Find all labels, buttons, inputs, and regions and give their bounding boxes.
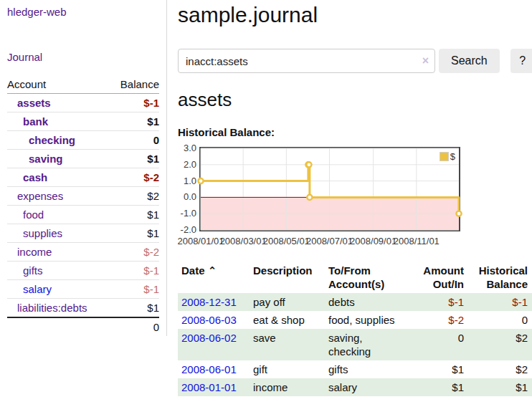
account-row: income$-2: [7, 243, 159, 262]
accounts-header-account: Account: [7, 76, 110, 94]
account-balance: $-1: [110, 94, 159, 112]
transaction-accounts: saving, checking: [325, 329, 407, 360]
transaction-date-link[interactable]: 2008-06-03: [181, 314, 237, 326]
transaction-amount: $1: [407, 378, 468, 396]
account-row: checking0: [7, 131, 159, 150]
transaction-balance: $2: [468, 360, 532, 378]
register-row: 2008-01-01incomesalary$1$1: [178, 378, 532, 396]
y-axis-tick-label: 3.0: [178, 143, 196, 153]
register-row: 2008-06-02savesaving, checking0$2: [178, 329, 532, 360]
register-column-header: Amount Out/In: [407, 262, 468, 293]
chart-legend: $: [440, 151, 455, 162]
account-link[interactable]: bank: [23, 115, 48, 128]
transaction-description: save: [250, 329, 325, 360]
account-link[interactable]: liabilities:debts: [17, 302, 87, 314]
account-row: assets$-1: [7, 94, 159, 112]
legend-swatch-icon: [440, 152, 449, 161]
account-link[interactable]: income: [17, 246, 52, 258]
account-balance: $1: [110, 224, 159, 243]
x-axis-tick-label: 2008/11/01: [391, 236, 442, 246]
accounts-total: 0: [110, 317, 159, 336]
account-row: saving$1: [7, 150, 159, 168]
account-link[interactable]: checking: [29, 134, 75, 146]
transaction-accounts: debts: [325, 293, 407, 311]
register-column-header: Historical Balance: [468, 262, 532, 293]
transaction-balance: $2: [468, 329, 532, 360]
register-row: 2008-06-03eat & shopfood, supplies$-20: [178, 311, 532, 329]
search-button[interactable]: Search: [439, 49, 500, 73]
main-pane: sample.journal × Search ? assets Histori…: [167, 0, 532, 396]
account-row: cash$-2: [7, 168, 159, 187]
account-row: salary$-1: [7, 280, 159, 299]
account-row: gifts$-1: [7, 262, 159, 280]
transaction-amount: $-2: [407, 311, 468, 329]
account-balance: $2: [110, 187, 159, 206]
account-link[interactable]: saving: [29, 153, 63, 165]
transaction-accounts: gifts: [325, 360, 407, 378]
account-link[interactable]: expenses: [17, 190, 63, 202]
transaction-description: gift: [250, 360, 325, 378]
account-link[interactable]: salary: [23, 283, 52, 295]
transaction-date-link[interactable]: 2008-06-02: [181, 332, 237, 344]
transaction-description: eat & shop: [250, 311, 325, 329]
register-column-header: To/From Account(s): [325, 262, 407, 293]
historical-balance-chart: $ 3.02.01.00.0-1.0-2.02008/01/012008/03/…: [178, 145, 479, 246]
app-window: hledger-web Journal Account Balance asse…: [0, 0, 532, 396]
transaction-date-link[interactable]: 2008-06-01: [181, 363, 237, 375]
search-form: × Search ?: [178, 49, 532, 73]
page-title: sample.journal: [178, 1, 532, 29]
transaction-date-link[interactable]: 2008-01-01: [181, 381, 237, 393]
y-axis-tick-label: 1.0: [178, 176, 196, 186]
transaction-balance: 0: [468, 311, 532, 329]
register-row: 2008-06-01giftgifts$1$2: [178, 360, 532, 378]
brand-link[interactable]: hledger-web: [7, 6, 67, 18]
search-input[interactable]: [178, 49, 435, 73]
account-balance: $-2: [110, 168, 159, 187]
account-link[interactable]: cash: [23, 171, 47, 183]
transaction-description: income: [250, 378, 325, 396]
account-row: liabilities:debts$1: [7, 299, 159, 318]
sort-asc-icon: ⌃: [205, 264, 217, 277]
accounts-header-balance: Balance: [110, 76, 159, 94]
register-column-header: Description: [250, 262, 325, 293]
clear-search-icon[interactable]: ×: [422, 54, 429, 68]
account-balance: $-1: [110, 280, 159, 299]
chart-title: Historical Balance:: [178, 126, 532, 138]
account-balance: 0: [110, 131, 159, 150]
account-row: supplies$1: [7, 224, 159, 243]
legend-label: $: [450, 151, 455, 162]
transaction-amount: 0: [407, 329, 468, 360]
transaction-date-link[interactable]: 2008-12-31: [181, 296, 237, 308]
sidebar-nav: Journal: [7, 51, 159, 63]
account-balance: $1: [110, 206, 159, 224]
accounts-total-row: 0: [7, 317, 159, 336]
account-row: bank$1: [7, 112, 159, 131]
account-balance: $1: [110, 150, 159, 168]
transaction-accounts: salary: [325, 378, 407, 396]
sidebar-item-journal[interactable]: Journal: [7, 51, 42, 63]
account-balance: $-1: [110, 262, 159, 280]
transaction-accounts: food, supplies: [325, 311, 407, 329]
account-balance: $1: [110, 112, 159, 131]
transaction-balance: $-1: [468, 293, 532, 311]
account-link[interactable]: food: [23, 208, 44, 221]
help-button[interactable]: ?: [510, 49, 532, 73]
account-heading: assets: [178, 89, 532, 110]
account-link[interactable]: assets: [17, 97, 51, 109]
y-axis-tick-label: -2.0: [178, 225, 196, 235]
accounts-table: Account Balance assets$-1bank$1checking0…: [7, 76, 159, 336]
transaction-amount: $1: [407, 360, 468, 378]
account-balance: $-2: [110, 243, 159, 262]
account-link[interactable]: supplies: [23, 227, 62, 239]
transaction-amount: $-1: [407, 293, 468, 311]
register-row: 2008-12-31pay offdebts$-1$-1: [178, 293, 532, 311]
y-axis-tick-label: 0.0: [178, 192, 196, 202]
y-axis-tick-label: -1.0: [178, 208, 196, 219]
chart-canvas: [201, 148, 459, 230]
account-row: food$1: [7, 206, 159, 224]
y-axis-tick-label: 2.0: [178, 160, 196, 170]
chart-plot-area: $: [199, 147, 460, 231]
account-row: expenses$2: [7, 187, 159, 206]
transaction-description: pay off: [250, 293, 325, 311]
account-link[interactable]: gifts: [23, 264, 43, 277]
